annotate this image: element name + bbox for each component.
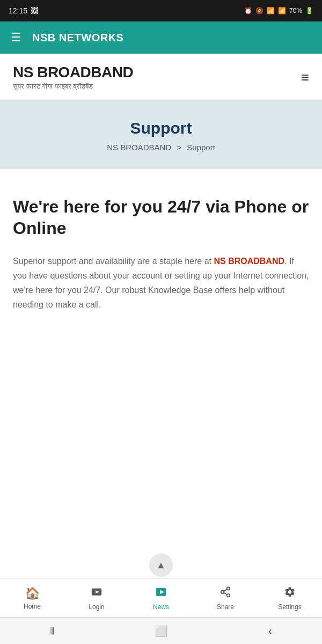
nav-item-home[interactable]: 🏠 Home <box>0 579 64 617</box>
app-header: ☰ NSB NETWORKS <box>0 21 322 54</box>
main-content: We're here for you 24/7 via Phone or Onl… <box>0 169 322 328</box>
settings-icon <box>284 586 296 601</box>
site-logo[interactable]: NS BROADBAND सुपर फास्ट गीगा फाइबर ब्रॉड… <box>13 64 133 91</box>
alarm-icon: ⏰ <box>244 7 252 14</box>
wifi-icon: 📶 <box>267 7 275 14</box>
login-icon <box>91 586 103 601</box>
svg-point-5 <box>221 590 224 594</box>
main-body: Superior support and availability are a … <box>13 254 309 312</box>
status-time: 12:15 🖼 <box>9 6 38 15</box>
nav-label-login: Login <box>89 603 104 611</box>
nav-label-home: Home <box>24 603 41 610</box>
breadcrumb-separator: > <box>177 143 181 152</box>
nav-label-news: News <box>153 603 169 611</box>
breadcrumb-home[interactable]: NS BROADBAND <box>107 143 171 152</box>
site-logo-subtitle: सुपर फास्ट गीगा फाइबर ब्रॉडबैंड <box>13 82 133 91</box>
site-logo-title: NS BROADBAND <box>13 64 133 81</box>
nav-label-share: Share <box>217 603 234 611</box>
brand-name: NS BROADBAND <box>214 257 284 266</box>
nav-item-share[interactable]: Share <box>193 579 258 617</box>
nav-item-login[interactable]: Login <box>64 579 129 617</box>
signal-icon: 📶 <box>278 7 286 14</box>
status-bar: 12:15 🖼 ⏰ 🔕 📶 📶 70% 🔋 <box>0 0 322 21</box>
android-home-btn[interactable]: ⬜ <box>155 625 168 638</box>
android-recent-btn[interactable]: ⦀ <box>50 625 54 637</box>
android-nav-bar: ⦀ ⬜ ‹ <box>0 617 322 644</box>
scroll-up-icon: ▲ <box>156 560 166 571</box>
main-heading: We're here for you 24/7 via Phone or Onl… <box>13 196 309 239</box>
bottom-nav: 🏠 Home Login News Share Settings <box>0 579 322 617</box>
app-header-title: NSB NETWORKS <box>32 32 123 44</box>
gallery-icon: 🖼 <box>31 6 38 15</box>
battery-icon: 🔋 <box>305 7 313 14</box>
svg-line-8 <box>224 589 227 591</box>
mute-icon: 🔕 <box>255 7 264 14</box>
scroll-fab[interactable]: ▲ <box>149 553 173 577</box>
svg-point-6 <box>227 594 230 597</box>
nav-label-settings: Settings <box>278 603 301 611</box>
time-display: 12:15 <box>9 6 27 15</box>
hamburger-icon[interactable]: ☰ <box>11 31 21 45</box>
body-prefix: Superior support and availability are a … <box>13 257 214 266</box>
hero-section: Support NS BROADBAND > Support <box>0 100 322 169</box>
battery-display: 70% <box>289 7 302 14</box>
site-header: NS BROADBAND सुपर फास्ट गीगा फाइबर ब्रॉड… <box>0 54 322 100</box>
nav-item-settings[interactable]: Settings <box>258 579 322 617</box>
android-back-btn[interactable]: ‹ <box>268 625 272 637</box>
news-icon <box>155 586 167 601</box>
site-menu-icon[interactable]: ≡ <box>301 70 309 84</box>
home-icon: 🏠 <box>25 587 40 601</box>
hero-title: Support <box>13 119 309 137</box>
svg-point-4 <box>227 587 230 590</box>
nav-item-news[interactable]: News <box>129 579 193 617</box>
breadcrumb-current: Support <box>187 143 215 152</box>
status-icons: ⏰ 🔕 📶 📶 70% 🔋 <box>244 7 313 14</box>
breadcrumb: NS BROADBAND > Support <box>13 143 309 152</box>
svg-line-7 <box>224 592 227 595</box>
share-icon <box>219 586 231 601</box>
